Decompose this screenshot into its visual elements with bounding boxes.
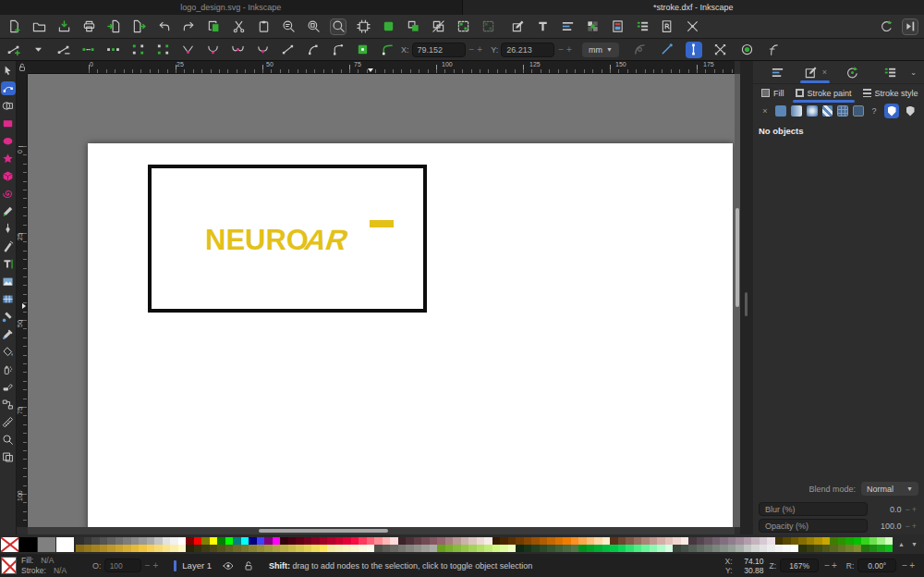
palette-swatch[interactable] bbox=[681, 545, 689, 552]
palette-swatch[interactable] bbox=[547, 537, 555, 545]
join-with-segment-button[interactable] bbox=[129, 42, 146, 58]
palette-swatch[interactable] bbox=[116, 537, 124, 545]
palette-swatch[interactable] bbox=[508, 537, 517, 545]
dialog-tab-align[interactable] bbox=[759, 61, 796, 83]
palette-swatch[interactable] bbox=[807, 537, 815, 545]
palette-swatch[interactable] bbox=[359, 537, 367, 545]
palette-swatch[interactable] bbox=[304, 545, 312, 552]
fill-stroke-none-swatch[interactable] bbox=[1, 557, 17, 574]
palette-swatch[interactable] bbox=[634, 545, 642, 552]
palette-swatch[interactable] bbox=[830, 545, 838, 552]
palette-swatch[interactable] bbox=[154, 537, 163, 545]
palette-swatch[interactable] bbox=[76, 537, 84, 545]
snap-controls-toggle[interactable] bbox=[902, 18, 918, 35]
palette-swatch[interactable] bbox=[430, 537, 438, 545]
palette-swatch[interactable] bbox=[484, 537, 492, 545]
find-replace-button[interactable] bbox=[659, 18, 675, 35]
palette-swatch[interactable] bbox=[296, 545, 304, 552]
palette-swatch[interactable] bbox=[100, 545, 108, 552]
palette-swatch[interactable] bbox=[861, 537, 869, 545]
dialog-tab-align-icon[interactable] bbox=[769, 64, 785, 80]
object-opacity-steppers[interactable]: −+ bbox=[145, 560, 162, 571]
break-nodes-button[interactable] bbox=[79, 42, 96, 58]
palette-scroll-up[interactable]: ▲ bbox=[898, 541, 905, 547]
palette-swatch[interactable] bbox=[547, 545, 555, 552]
palette-swatch[interactable] bbox=[578, 545, 587, 552]
dialog-tab-fill-stroke[interactable]: × bbox=[796, 61, 834, 83]
palette-swatch[interactable] bbox=[657, 545, 665, 552]
palette-swatch[interactable] bbox=[704, 545, 712, 552]
palette-swatch[interactable] bbox=[170, 537, 178, 545]
palette-swatch[interactable] bbox=[201, 537, 210, 545]
unlink-clone-button[interactable] bbox=[430, 18, 446, 35]
palette-swatch[interactable] bbox=[296, 537, 304, 545]
palette-swatch[interactable] bbox=[783, 537, 791, 545]
tab-stroke-paint[interactable]: Stroke paint bbox=[791, 84, 857, 103]
palette-swatch[interactable] bbox=[807, 545, 815, 552]
palette-swatch[interactable] bbox=[154, 545, 163, 552]
palette-swatch[interactable] bbox=[288, 545, 297, 552]
tool-shape-builder[interactable] bbox=[1, 99, 16, 113]
tool-pencil[interactable] bbox=[1, 204, 16, 218]
palette-swatch[interactable] bbox=[406, 545, 414, 552]
palette-swatch[interactable] bbox=[335, 545, 344, 552]
horizontal-scrollbar-thumb[interactable] bbox=[259, 529, 388, 533]
opacity-value[interactable]: 100.0 bbox=[873, 522, 901, 531]
palette-swatch[interactable] bbox=[453, 545, 461, 552]
palette-swatch[interactable] bbox=[123, 545, 131, 552]
palette-swatch[interactable] bbox=[477, 545, 485, 552]
palette-swatch[interactable] bbox=[845, 545, 854, 552]
current-layer-label[interactable]: Layer 1 bbox=[182, 560, 212, 571]
palette-swatch[interactable] bbox=[437, 537, 445, 545]
palette-swatch[interactable] bbox=[437, 545, 445, 552]
palette-swatch[interactable] bbox=[351, 545, 359, 552]
tool-selector[interactable] bbox=[1, 64, 16, 78]
tool-zoom[interactable] bbox=[1, 433, 16, 447]
copy-button[interactable] bbox=[205, 18, 222, 35]
node-x-steppers[interactable]: −+ bbox=[469, 44, 486, 55]
palette-swatch[interactable] bbox=[257, 537, 265, 545]
tool-dropper[interactable] bbox=[1, 327, 16, 341]
palette-swatch[interactable] bbox=[163, 537, 171, 545]
palette-swatch[interactable] bbox=[845, 537, 854, 545]
palette-swatch[interactable] bbox=[139, 545, 147, 552]
stroke-to-path-button[interactable] bbox=[379, 42, 395, 58]
duplicate-button[interactable] bbox=[380, 18, 396, 35]
palette-swatch[interactable] bbox=[563, 545, 571, 552]
palette-swatch[interactable] bbox=[641, 537, 650, 545]
palette-swatch[interactable] bbox=[712, 545, 721, 552]
palette-swatch[interactable] bbox=[618, 537, 626, 545]
palette-swatch[interactable] bbox=[885, 545, 894, 552]
palette-swatch[interactable] bbox=[398, 537, 407, 545]
palette-swatch[interactable] bbox=[775, 537, 784, 545]
create-clone-button[interactable] bbox=[405, 18, 421, 35]
tool-rectangle[interactable] bbox=[1, 117, 16, 130]
palette-swatch[interactable] bbox=[555, 537, 564, 545]
palette-swatch[interactable] bbox=[657, 537, 665, 545]
paint-pattern-button[interactable] bbox=[822, 105, 833, 117]
rotate-view-button[interactable] bbox=[878, 18, 894, 35]
palette-swatch[interactable] bbox=[398, 545, 407, 552]
palette-swatch[interactable] bbox=[838, 545, 846, 552]
palette-swatch[interactable] bbox=[571, 545, 579, 552]
palette-swatch[interactable] bbox=[830, 537, 838, 545]
palette-swatch[interactable] bbox=[618, 545, 626, 552]
palette-swatch[interactable] bbox=[744, 545, 752, 552]
node-symmetric-button[interactable] bbox=[229, 42, 246, 58]
palette-swatch[interactable] bbox=[430, 545, 438, 552]
palette-swatch[interactable] bbox=[555, 545, 564, 552]
open-document-button[interactable] bbox=[30, 18, 47, 35]
palette-swatch[interactable] bbox=[445, 537, 454, 545]
palette-swatch[interactable] bbox=[531, 545, 540, 552]
window-tab-stroke-dxf[interactable]: *stroke.dxf - Inkscape bbox=[463, 0, 924, 15]
palette-swatch[interactable] bbox=[854, 537, 862, 545]
palette-swatch[interactable] bbox=[335, 537, 344, 545]
palette-swatch[interactable] bbox=[241, 537, 249, 545]
palette-swatch[interactable] bbox=[650, 537, 658, 545]
palette-swatch[interactable] bbox=[186, 545, 194, 552]
tool-ellipse[interactable] bbox=[1, 134, 16, 148]
palette-swatch[interactable] bbox=[131, 545, 140, 552]
dialog-tab-undo-history-icon[interactable] bbox=[844, 64, 860, 80]
swatches-dialog-button[interactable] bbox=[584, 18, 601, 35]
tool-text[interactable] bbox=[1, 257, 16, 271]
